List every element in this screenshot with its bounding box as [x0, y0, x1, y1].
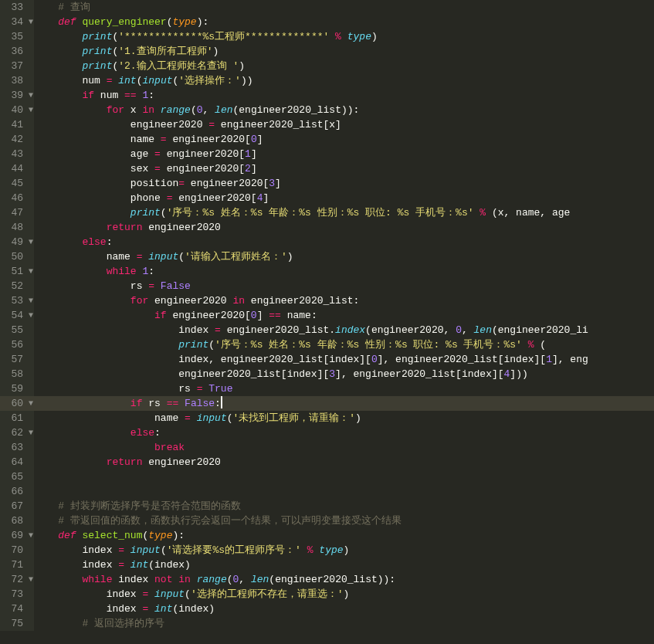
line-number: 56: [0, 337, 34, 352]
line-number: 43: [0, 147, 34, 161]
line-number: 58: [0, 367, 34, 381]
line-number: 46: [0, 191, 34, 205]
line-number: 40: [0, 103, 34, 117]
text-cursor: [221, 396, 222, 408]
code-line[interactable]: print('序号：%s 姓名：%s 年龄：%s 性别：%s 职位: %s 手机…: [34, 205, 654, 220]
code-line[interactable]: name = engineer2020[0]: [34, 132, 654, 147]
line-number: 63: [0, 440, 34, 455]
code-line[interactable]: def query_engineer(type):: [34, 15, 654, 29]
code-line[interactable]: index = input('请选择要%s的工程师序号：' % type): [34, 543, 654, 558]
code-line[interactable]: index = int(index): [34, 602, 654, 616]
line-number: 55: [0, 323, 34, 337]
code-line[interactable]: num = int(input('选择操作：')): [34, 73, 654, 88]
code-line[interactable]: name = input('请输入工程师姓名：'): [34, 249, 654, 264]
line-number: 52: [0, 279, 34, 293]
line-number: 42: [0, 132, 34, 147]
code-line[interactable]: rs = False: [34, 279, 654, 293]
line-number: 53: [0, 293, 34, 308]
code-line[interactable]: else:: [34, 235, 654, 249]
code-line[interactable]: index = engineer2020_list.index(engineer…: [34, 323, 654, 337]
code-line[interactable]: for engineer2020 in engineer2020_list:: [34, 293, 654, 308]
line-number: 62: [0, 425, 34, 440]
line-number: 34: [0, 15, 34, 29]
code-editor[interactable]: 3334353637383940414243444546474849505152…: [0, 0, 654, 631]
code-line[interactable]: rs = True: [34, 381, 654, 396]
line-number: 47: [0, 205, 34, 220]
line-number: 54: [0, 308, 34, 323]
code-line[interactable]: [34, 469, 654, 484]
code-line[interactable]: # 查询: [34, 0, 654, 15]
code-line[interactable]: return engineer2020: [34, 220, 654, 235]
code-line[interactable]: return engineer2020: [34, 455, 654, 469]
code-line[interactable]: index = input('选择的工程师不存在，请重选：'): [34, 587, 654, 602]
line-number: 69: [0, 528, 34, 543]
line-number: 48: [0, 220, 34, 235]
line-number: 59: [0, 381, 34, 396]
code-line[interactable]: engineer2020 = engineer2020_list[x]: [34, 117, 654, 132]
code-line[interactable]: sex = engineer2020[2]: [34, 161, 654, 176]
line-number: 75: [0, 616, 34, 631]
code-line[interactable]: engineer2020_list[index][3], engineer202…: [34, 367, 654, 381]
line-number: 51: [0, 264, 34, 279]
code-line[interactable]: break: [34, 440, 654, 455]
line-number: 65: [0, 469, 34, 484]
line-number: 50: [0, 249, 34, 264]
line-gutter: 3334353637383940414243444546474849505152…: [0, 0, 34, 631]
code-line[interactable]: def select_num(type):: [34, 528, 654, 543]
code-area[interactable]: # 查询 def query_engineer(type): print('**…: [34, 0, 654, 631]
line-number: 57: [0, 352, 34, 367]
line-number: 68: [0, 514, 34, 528]
code-line[interactable]: [34, 484, 654, 499]
line-number: 39: [0, 88, 34, 103]
code-line[interactable]: print('序号：%s 姓名：%s 年龄：%s 性别：%s 职位: %s 手机…: [34, 337, 654, 352]
line-number: 49: [0, 235, 34, 249]
line-number: 33: [0, 0, 34, 15]
code-line[interactable]: index, engineer2020_list[index][0], engi…: [34, 352, 654, 367]
code-line[interactable]: print('*************%s工程师*************' …: [34, 29, 654, 44]
line-number: 36: [0, 44, 34, 59]
line-number: 64: [0, 455, 34, 469]
code-line[interactable]: print('2.输入工程师姓名查询 '): [34, 59, 654, 73]
code-line[interactable]: index = int(index): [34, 558, 654, 572]
line-number: 74: [0, 602, 34, 616]
code-line[interactable]: age = engineer2020[1]: [34, 147, 654, 161]
line-number: 72: [0, 572, 34, 587]
code-line[interactable]: name = input('未找到工程师，请重输：'): [34, 411, 654, 425]
code-line[interactable]: print('1.查询所有工程师'): [34, 44, 654, 59]
code-line[interactable]: for x in range(0, len(engineer2020_list)…: [34, 103, 654, 117]
line-number: 37: [0, 59, 34, 73]
code-line[interactable]: while index not in range(0, len(engineer…: [34, 572, 654, 587]
line-number: 41: [0, 117, 34, 132]
code-line[interactable]: if rs == False:: [34, 396, 654, 411]
line-number: 45: [0, 176, 34, 191]
line-number: 35: [0, 29, 34, 44]
code-line[interactable]: else:: [34, 425, 654, 440]
line-number: 70: [0, 543, 34, 558]
line-number: 44: [0, 161, 34, 176]
code-line[interactable]: # 带返回值的函数，函数执行完会返回一个结果，可以声明变量接受这个结果: [34, 514, 654, 528]
line-number: 67: [0, 499, 34, 514]
code-line[interactable]: # 封装判断选择序号是否符合范围的函数: [34, 499, 654, 514]
code-line[interactable]: if engineer2020[0] == name:: [34, 308, 654, 323]
line-number: 66: [0, 484, 34, 499]
code-line[interactable]: # 返回选择的序号: [34, 616, 654, 631]
line-number: 73: [0, 587, 34, 602]
code-line[interactable]: while 1:: [34, 264, 654, 279]
line-number: 60: [0, 396, 34, 411]
line-number: 71: [0, 558, 34, 572]
code-line[interactable]: if num == 1:: [34, 88, 654, 103]
code-line[interactable]: position= engineer2020[3]: [34, 176, 654, 191]
line-number: 61: [0, 411, 34, 425]
line-number: 38: [0, 73, 34, 88]
code-line[interactable]: phone = engineer2020[4]: [34, 191, 654, 205]
